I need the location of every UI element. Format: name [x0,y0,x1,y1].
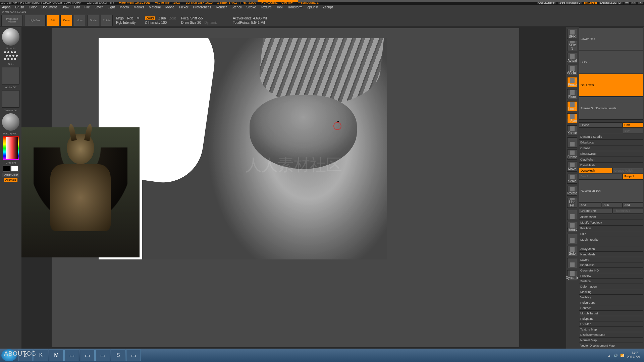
suv-button[interactable]: Suv [623,128,643,133]
taskbar-app-7[interactable]: ▭ [126,350,141,361]
menu-document[interactable]: Document [42,5,57,9]
draw-size[interactable]: Draw Size 20 [181,21,201,24]
dynamesh-button[interactable]: DynaMesh [579,168,612,173]
zremesher-header[interactable]: ZRemesher [579,214,643,219]
menu-preferences[interactable]: Preferences [193,5,211,9]
dock-transp[interactable]: Transp [567,222,577,232]
section-uv-map[interactable]: UV Map [579,321,643,326]
zcut[interactable]: Zcut [169,16,176,20]
dock-rotate[interactable]: Rotate [567,186,577,196]
alpha-swatch[interactable] [2,67,19,84]
menu-movie[interactable]: Movie [165,5,174,9]
dock-aahalf[interactable]: AAHalf [567,65,577,75]
taskbar-app-5[interactable]: ▭ [95,350,110,361]
scale-button[interactable]: Scale [87,15,99,26]
claypolish-header[interactable]: ClayPolish [579,157,643,162]
3d-viewport[interactable] [99,38,387,259]
rotate-button[interactable]: Rotate [101,15,113,26]
section-arraymesh[interactable]: ArrayMesh [579,246,643,251]
sub-button[interactable]: Sub [602,202,622,208]
menu-light[interactable]: Light [108,5,115,9]
taskbar-app-6[interactable]: S [111,350,125,361]
projection-master-button[interactable]: Projection Master [1,15,23,26]
lower-res-button[interactable]: Lower Res [579,27,643,50]
dock-dynamic[interactable]: Dynamic [567,270,577,280]
draw-button[interactable]: Draw [60,15,72,26]
edgeloop-header[interactable]: EdgeLoop [579,139,643,145]
project-button[interactable]: Project [623,174,643,179]
network-icon[interactable]: 📶 [620,354,624,357]
size-header[interactable]: Size [579,231,643,236]
section-polypaint[interactable]: Polypaint [579,316,643,321]
freeze-subdiv[interactable]: Freeze SubDivision Levels [579,97,643,120]
switch-color-button[interactable]: SwitchColor [2,173,19,177]
taskbar-app-2[interactable]: M [49,350,64,361]
section-contact[interactable]: Contact [579,305,643,310]
section-deformation[interactable]: Deformation [579,284,643,289]
timeline-handle[interactable] [258,0,298,2]
and-button[interactable]: And [623,202,643,208]
menu-render[interactable]: Render [216,5,227,9]
section-vector-displacement-map[interactable]: Vector Displacement Map [579,343,643,348]
move-button[interactable]: Move [74,15,86,26]
section-nanomesh[interactable]: NanoMesh [579,251,643,257]
dock-persp[interactable]: Persp [567,77,577,87]
timeline-bar[interactable] [0,0,644,2]
stroke-dots-icon[interactable] [4,51,17,61]
dock-actual[interactable]: Actual [567,53,577,63]
menu-draw[interactable]: Draw [61,5,69,9]
dock-spix3[interactable]: SPix 3 [567,41,577,51]
section-displacement-map[interactable]: Displacement Map [579,332,643,337]
menu-stroke[interactable]: Stroke [246,5,256,9]
blur-slider[interactable]: Blur 2 [579,174,623,179]
lightbox-button[interactable]: LightBox [24,15,46,26]
rgb-intensity[interactable]: Rgb Intensity [116,21,136,24]
section-preview[interactable]: Preview [579,273,643,278]
z-intensity[interactable]: Z Intensity 100 [145,21,167,24]
texture-swatch[interactable] [2,90,19,108]
edit-button[interactable]: Edit [47,15,59,26]
section-masking[interactable]: Masking [579,289,643,294]
groups-polish[interactable]: Groups Polish [612,168,643,173]
resolution-slider[interactable]: Resolution 104 [579,179,643,202]
dock-linefill[interactable]: Line Fill [567,198,577,208]
menu-alpha[interactable]: Alpha [2,5,11,9]
dock-move[interactable]: Move [567,162,577,172]
divide-button[interactable]: Divide [579,122,623,128]
section-morph-target[interactable]: Morph Target [579,310,643,316]
volume-icon[interactable]: 🔊 [613,354,618,357]
section-visibility[interactable]: Visibility [579,294,643,300]
taskbar-app-4[interactable]: ▭ [80,350,95,361]
mesh-integrity-header[interactable]: MeshIntegrity [579,237,643,242]
m-mode[interactable]: M [137,16,139,20]
rgb[interactable]: Rgb [127,16,133,20]
menu-zscript[interactable]: Zscript [323,5,333,9]
menu-layer[interactable]: Layer [95,5,103,9]
sculpted-mesh[interactable] [142,38,387,259]
brush-sphere-icon[interactable] [2,28,19,46]
dock-lsym[interactable]: L.Sym [567,113,577,123]
section-texture-map[interactable]: Texture Map [579,326,643,332]
menu-picker[interactable]: Picker [179,5,189,9]
menu-edit[interactable]: Edit [74,5,80,9]
menu-material[interactable]: Material [149,5,161,9]
smt-button[interactable]: Smt [623,122,643,128]
section-surface[interactable]: Surface [579,278,643,284]
color-secondary[interactable] [11,166,18,172]
del-lower-button[interactable]: Del Lower [579,74,643,97]
dynamic-subdiv-header[interactable]: Dynamic Subdiv [579,134,643,139]
dock-xpose[interactable]: Xpose [567,125,577,135]
zsub[interactable]: Zsub [158,16,166,20]
material-sphere-icon[interactable] [2,113,19,131]
dynamesh-header[interactable]: DynaMesh [579,162,643,168]
thickness-slider[interactable]: Thickness 4 [612,208,643,214]
system-tray[interactable]: ▲ 🔊 📶 14:21 2017/7/9 [607,351,643,359]
menu-color[interactable]: Color [29,5,37,9]
section-geometry-hd[interactable]: Geometry HD [579,267,643,273]
color-main[interactable] [3,166,10,172]
menu-texture[interactable]: Texture [261,5,272,9]
dock-solo[interactable]: Solo [567,246,577,256]
dock-frame[interactable]: Frame [567,149,577,160]
color-picker[interactable] [3,136,19,160]
section-layers[interactable]: Layers [579,257,643,262]
